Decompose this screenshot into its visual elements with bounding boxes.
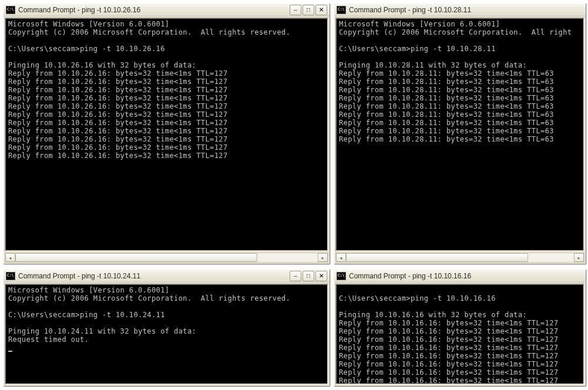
cmd-window[interactable]: Command Prompt - ping -t 10.10.28.11Micr… <box>334 3 586 264</box>
window-title: Command Prompt - ping -t 10.10.16.16 <box>349 272 583 280</box>
cmd-window[interactable]: Command Prompt - ping -t 10.10.26.16–□✕M… <box>3 3 330 264</box>
maximize-button[interactable]: □ <box>303 271 314 281</box>
scroll-left-button[interactable]: ◂ <box>5 253 15 262</box>
scroll-thumb[interactable] <box>15 253 257 262</box>
titlebar[interactable]: Command Prompt - ping -t 10.10.16.16 <box>334 270 586 283</box>
titlebar[interactable]: Command Prompt - ping -t 10.10.24.11–□✕ <box>4 270 330 283</box>
titlebar[interactable]: Command Prompt - ping -t 10.10.28.11 <box>334 4 586 16</box>
close-button[interactable]: ✕ <box>315 5 327 15</box>
cmd-window[interactable]: Command Prompt - ping -t 10.10.24.11–□✕M… <box>3 269 330 386</box>
scroll-left-button[interactable]: ◂ <box>336 253 346 262</box>
scroll-right-button[interactable]: ▸ <box>318 253 328 262</box>
horizontal-scrollbar[interactable]: ◂▸ <box>335 253 584 263</box>
window-buttons: –□✕ <box>290 5 327 15</box>
scroll-track[interactable] <box>346 253 574 262</box>
window-title: Command Prompt - ping -t 10.10.24.11 <box>18 272 290 280</box>
scroll-track[interactable] <box>15 253 318 262</box>
window-title: Command Prompt - ping -t 10.10.28.11 <box>349 6 583 14</box>
cmd-window[interactable]: Command Prompt - ping -t 10.10.16.16 C:\… <box>334 269 586 386</box>
cmd-icon <box>6 272 15 280</box>
cmd-icon <box>337 272 346 280</box>
titlebar[interactable]: Command Prompt - ping -t 10.10.26.16–□✕ <box>4 4 330 16</box>
text-cursor <box>8 351 12 352</box>
scroll-thumb[interactable] <box>346 253 528 262</box>
window-title: Command Prompt - ping -t 10.10.26.16 <box>18 6 290 14</box>
close-button[interactable]: ✕ <box>315 271 327 281</box>
terminal-output[interactable]: Microsoft Windows [Version 6.0.6001] Cop… <box>335 18 584 251</box>
terminal-output[interactable]: C:\Users\seccam>ping -t 10.10.16.16 Ping… <box>335 284 584 385</box>
terminal-output[interactable]: Microsoft Windows [Version 6.0.6001] Cop… <box>5 18 328 251</box>
terminal-output[interactable]: Microsoft Windows [Version 6.0.6001] Cop… <box>5 284 328 385</box>
cmd-icon <box>337 6 346 14</box>
scroll-right-button[interactable]: ▸ <box>574 253 584 262</box>
maximize-button[interactable]: □ <box>303 5 314 15</box>
horizontal-scrollbar[interactable]: ◂▸ <box>5 253 328 263</box>
window-buttons: –□✕ <box>290 271 327 281</box>
minimize-button[interactable]: – <box>290 271 301 281</box>
minimize-button[interactable]: – <box>290 5 301 15</box>
cmd-icon <box>6 6 15 14</box>
